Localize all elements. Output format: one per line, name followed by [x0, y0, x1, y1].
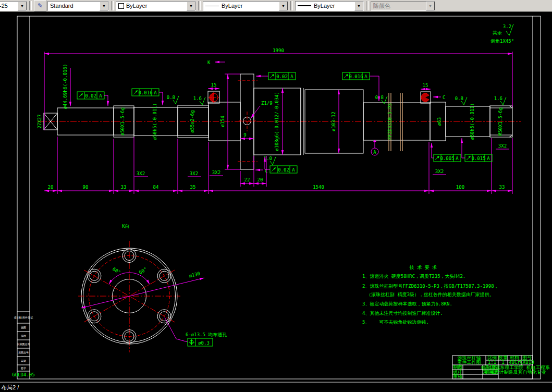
svg-text:33: 33: [121, 185, 127, 190]
svg-text:A: A: [487, 156, 490, 161]
svg-text:9: 9: [243, 132, 246, 138]
text-style-combo[interactable]: Standard ▼: [47, 1, 109, 11]
svg-text:ø50X1.5-6g: ø50X1.5-6g: [120, 107, 125, 136]
svg-text:底图总号: 底图总号: [18, 351, 29, 354]
svg-text:60°: 60°: [112, 266, 121, 275]
statusbar: 布局2 /: [0, 383, 552, 392]
svg-text:15: 15: [423, 83, 428, 88]
svg-text:6-ø13.5 均布通孔: 6-ø13.5 均布通孔: [186, 332, 227, 337]
tolerance-frame-1: 0.02 A: [77, 92, 108, 106]
svg-text:CX010: CX010: [520, 360, 534, 365]
svg-text:A: A: [154, 90, 157, 95]
svg-text:日期: 日期: [21, 359, 26, 363]
lineweight-value: ByLayer: [314, 3, 352, 9]
svg-text:3X2: 3X2: [212, 170, 220, 175]
position-tolerance-frame: 6-ø13.5 均布通孔 ø0.3: [186, 332, 227, 346]
toolbar-separator: [366, 1, 369, 10]
svg-text:3X2: 3X2: [190, 171, 198, 176]
svg-text:A: A: [373, 150, 376, 155]
svg-text:A: A: [456, 156, 459, 161]
title-block: 滚珠丝杠轴 零件工作图 比例 数量 材料 图号 1:1 1 40Cr CX010…: [452, 355, 550, 379]
svg-text:ø0.3: ø0.3: [198, 340, 210, 346]
svg-text:ø130: ø130: [189, 271, 201, 279]
plotstyle-combo: 随颜色 ▼: [371, 1, 435, 11]
svg-text:0.005: 0.005: [440, 156, 454, 161]
tolerance-frame-7: 0.015 A: [462, 138, 492, 162]
svg-text:1540: 1540: [313, 185, 324, 190]
color-value: ByLayer: [126, 3, 185, 9]
svg-text:1: 1: [501, 360, 504, 365]
svg-text:5、 可不去锐角处锐边倒钝.: 5、 可不去锐角处锐边倒钝.: [362, 320, 429, 325]
tolerance-frame-4: 0.016 A: [342, 72, 379, 101]
svg-text:K: K: [207, 60, 211, 65]
svg-text:35: 35: [190, 185, 196, 190]
svg-text:机械设计制造及其自动化专业: 机械设计制造及其自动化专业: [485, 370, 546, 375]
svg-text:60°: 60°: [138, 266, 148, 275]
toolbar-separator: [111, 1, 114, 10]
svg-text:A: A: [364, 74, 367, 79]
svg-text:FFZD6310-5-P3: FFZD6310-5-P3: [387, 103, 392, 140]
sheet-frame: [0, 16, 552, 382]
svg-text:0.015: 0.015: [471, 156, 485, 161]
svg-text:A: A: [99, 93, 102, 99]
svg-text:20: 20: [48, 185, 54, 190]
svg-text:ø154: ø154: [220, 116, 225, 127]
svg-text:1.6: 1.6: [193, 96, 202, 101]
linetype-combo[interactable]: ByLayer ▼: [203, 1, 288, 11]
svg-text:（滚珠丝杠副 精度3级），丝杠各件的相关数据由厂家提供。: （滚珠丝杠副 精度3级），丝杠各件的相关数据由厂家提供。: [366, 292, 494, 297]
svg-text:0.8: 0.8: [375, 95, 384, 100]
dropdown-arrow-icon[interactable]: ▼: [354, 2, 363, 10]
dim-style-combo[interactable]: -25 ▼: [0, 1, 27, 11]
svg-text:1、滚道淬火 硬度58HRC，调质T235，大头H42.: 1、滚道淬火 硬度58HRC，调质T235，大头H42.: [362, 274, 465, 279]
svg-text:3、额定动载荷按样本选取，预紧力6.8KN.: 3、额定动载荷按样本选取，预紧力6.8KN.: [362, 301, 452, 307]
svg-text:C: C: [443, 95, 445, 100]
margin-table: 借(通)用件登记 描图 描校 旧底图总号 底图总号 日期 签字 GOLD4.05: [12, 312, 34, 377]
svg-text:ø63: ø63: [437, 117, 442, 126]
lineweight-combo[interactable]: ByLayer ▼: [295, 1, 364, 11]
color-swatch-icon: [118, 3, 124, 9]
drawing-viewport[interactable]: 3.2 其余 倒角1X45°: [0, 11, 552, 392]
svg-text:33: 33: [499, 185, 505, 190]
dropdown-arrow-icon[interactable]: ▼: [18, 2, 27, 10]
svg-text:84: 84: [153, 185, 159, 190]
svg-text:ø108g6(-0.012/-0.034): ø108g6(-0.012/-0.034): [274, 92, 279, 151]
svg-text:K向: K向: [122, 224, 129, 229]
color-combo[interactable]: ByLayer ▼: [116, 1, 196, 11]
svg-text:20: 20: [257, 177, 263, 182]
layout-tab[interactable]: 布局2 /: [1, 384, 19, 391]
svg-text:0.016: 0.016: [138, 90, 152, 95]
svg-text:0.8: 0.8: [167, 95, 175, 100]
dropdown-arrow-icon[interactable]: ▼: [100, 2, 108, 10]
svg-text:0.02: 0.02: [278, 167, 289, 173]
text-style-button[interactable]: ✎: [34, 0, 46, 11]
toolbar-separator: [198, 1, 201, 10]
dropdown-arrow-icon: ▼: [426, 2, 435, 10]
svg-text:M50X1.5-6g: M50X1.5-6g: [498, 107, 503, 136]
svg-text:描校: 描校: [21, 334, 26, 338]
svg-text:技 术 要 求: 技 术 要 求: [409, 265, 437, 270]
svg-text:22: 22: [244, 177, 250, 182]
k-view-arrow: K: [207, 60, 225, 65]
toolbar-separator: [290, 1, 293, 10]
svg-text:15: 15: [211, 82, 217, 88]
linetype-value: ByLayer: [222, 3, 277, 9]
svg-text:倒角1X45°: 倒角1X45°: [490, 39, 514, 44]
dropdown-arrow-icon[interactable]: ▼: [279, 2, 288, 10]
svg-text:A: A: [290, 74, 293, 79]
svg-text:借(通)用件登记: 借(通)用件登记: [14, 316, 33, 320]
svg-text:ø50h5(-0.011): ø50h5(-0.011): [470, 103, 475, 140]
svg-text:ø55x2-6g: ø55x2-6g: [190, 110, 195, 132]
svg-text:40Cr: 40Cr: [509, 360, 520, 365]
svg-text:其余: 其余: [493, 30, 502, 35]
toolbar: -25 ▼ ✎ Standard ▼ ByLayer ▼ ByLayer ▼ B…: [0, 0, 552, 12]
datum-a: A: [371, 140, 378, 155]
svg-text:Z1/9: Z1/9: [261, 101, 273, 106]
svg-text:100: 100: [456, 185, 464, 190]
svg-text:27X27: 27X27: [37, 114, 42, 128]
surface-note: 3.2 其余 倒角1X45°: [490, 24, 514, 44]
svg-text:3.2: 3.2: [503, 24, 511, 29]
dropdown-arrow-icon[interactable]: ▼: [187, 2, 195, 10]
svg-text:3X2: 3X2: [435, 169, 444, 174]
tech-notes: 技 术 要 求 1、滚道淬火 硬度58HRC，调质T235，大头H42. 2、滚…: [362, 265, 499, 325]
k-view: K向 ø130 60° 60° 6-ø13.5 均布通孔: [78, 224, 227, 352]
